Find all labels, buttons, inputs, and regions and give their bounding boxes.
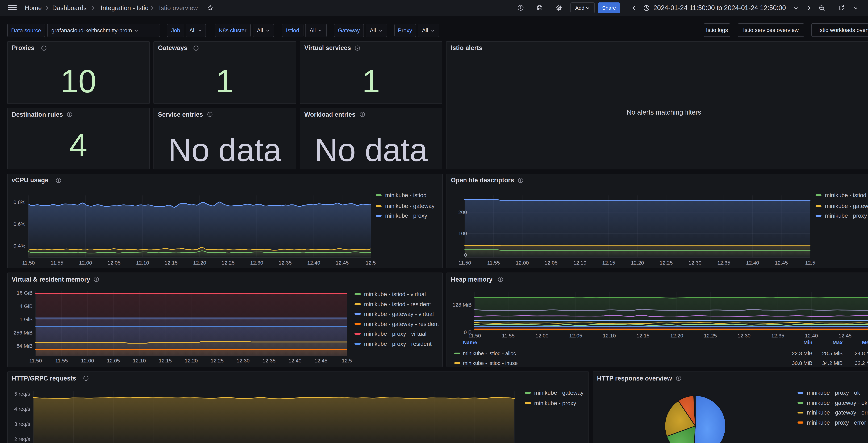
svg-text:Min: Min — [803, 340, 812, 345]
svg-text:12:00: 12:00 — [516, 260, 529, 265]
svg-text:256 MiB: 256 MiB — [13, 330, 32, 336]
svg-text:12:10: 12:10 — [602, 333, 616, 339]
svg-text:12:30: 12:30 — [250, 260, 263, 265]
svg-text:12:30: 12:30 — [688, 260, 701, 265]
svg-text:minikube - istiod - inuse: minikube - istiod - inuse — [463, 360, 518, 366]
svg-text:12:05: 12:05 — [107, 260, 120, 265]
svg-text:12:5: 12:5 — [805, 260, 815, 265]
svg-text:12:05: 12:05 — [107, 358, 120, 363]
svg-text:12:45: 12:45 — [775, 260, 787, 265]
svg-text:12:35: 12:35 — [278, 260, 291, 265]
svg-text:11:50: 11:50 — [458, 260, 471, 265]
svg-text:11:50: 11:50 — [22, 260, 35, 265]
svg-text:12:20: 12:20 — [631, 260, 644, 265]
svg-text:11:50: 11:50 — [29, 358, 42, 363]
svg-text:11:55: 11:55 — [502, 333, 515, 339]
svg-text:12:25: 12:25 — [210, 358, 223, 363]
svg-text:12:05: 12:05 — [545, 260, 557, 265]
svg-text:12:15: 12:15 — [164, 260, 178, 265]
svg-text:200: 200 — [458, 209, 467, 215]
svg-text:12:40: 12:40 — [805, 333, 818, 339]
svg-text:2 req/s: 2 req/s — [14, 436, 30, 442]
svg-text:12:35: 12:35 — [771, 333, 784, 339]
svg-text:minikube - istiod - alloc: minikube - istiod - alloc — [463, 350, 516, 356]
svg-text:12:25: 12:25 — [704, 333, 717, 339]
svg-text:12:05: 12:05 — [569, 333, 582, 339]
svg-text:12:30: 12:30 — [737, 333, 750, 339]
svg-text:12:20: 12:20 — [193, 260, 206, 265]
svg-text:12:25: 12:25 — [659, 260, 673, 265]
svg-text:30.8 MiB: 30.8 MiB — [792, 360, 812, 366]
svg-text:Max: Max — [832, 340, 843, 345]
svg-text:12:40: 12:40 — [746, 260, 759, 265]
svg-text:64 MiB: 64 MiB — [16, 343, 32, 349]
svg-text:12:35: 12:35 — [262, 358, 275, 363]
svg-text:12:00: 12:00 — [535, 333, 548, 339]
svg-text:34.2 MiB: 34.2 MiB — [822, 360, 842, 366]
svg-text:12:5: 12:5 — [342, 358, 352, 363]
svg-text:12:25: 12:25 — [221, 260, 235, 265]
svg-text:12:20: 12:20 — [185, 358, 197, 363]
svg-text:12:10: 12:10 — [573, 260, 586, 265]
svg-text:0.6%: 0.6% — [13, 221, 25, 227]
svg-text:4 GiB: 4 GiB — [20, 303, 32, 309]
svg-text:11:55: 11:55 — [55, 358, 68, 363]
svg-text:Name: Name — [463, 340, 477, 345]
svg-text:128 MiB: 128 MiB — [453, 302, 471, 308]
svg-text:12:00: 12:00 — [81, 358, 94, 363]
svg-text:12:45: 12:45 — [314, 358, 327, 363]
svg-text:12:45: 12:45 — [336, 260, 349, 265]
svg-text:0.4%: 0.4% — [13, 243, 25, 248]
svg-text:12:15: 12:15 — [602, 260, 615, 265]
svg-text:16 GiB: 16 GiB — [17, 290, 32, 296]
svg-text:24.8 MiB: 24.8 MiB — [855, 350, 868, 356]
svg-text:12:5: 12:5 — [365, 260, 375, 265]
svg-text:28.5 MiB: 28.5 MiB — [822, 350, 842, 356]
svg-text:12:00: 12:00 — [79, 260, 92, 265]
svg-text:12:40: 12:40 — [307, 260, 320, 265]
svg-text:12:15: 12:15 — [636, 333, 649, 339]
svg-text:0.8%: 0.8% — [13, 199, 25, 205]
svg-text:1 GiB: 1 GiB — [20, 316, 32, 322]
svg-text:11:55: 11:55 — [51, 260, 63, 265]
svg-text:0: 0 — [464, 252, 467, 258]
svg-text:12:10: 12:10 — [133, 358, 146, 363]
svg-text:12:40: 12:40 — [288, 358, 301, 363]
svg-text:22.3 MiB: 22.3 MiB — [792, 350, 812, 356]
svg-text:12:35: 12:35 — [717, 260, 730, 265]
svg-text:3 req/s: 3 req/s — [14, 421, 30, 427]
svg-text:12:30: 12:30 — [237, 358, 249, 363]
svg-text:4 req/s: 4 req/s — [14, 406, 30, 412]
svg-text:12:20: 12:20 — [670, 333, 683, 339]
svg-text:12:15: 12:15 — [158, 358, 172, 363]
svg-text:Mean: Mean — [862, 340, 868, 345]
svg-text:12:10: 12:10 — [136, 260, 149, 265]
svg-text:12:45: 12:45 — [838, 333, 851, 339]
svg-text:100: 100 — [458, 230, 467, 236]
svg-text:5 req/s: 5 req/s — [14, 391, 30, 397]
svg-text:11:50: 11:50 — [468, 333, 481, 339]
svg-text:32.2 MiB: 32.2 MiB — [855, 360, 868, 366]
svg-text:11:55: 11:55 — [487, 260, 500, 265]
